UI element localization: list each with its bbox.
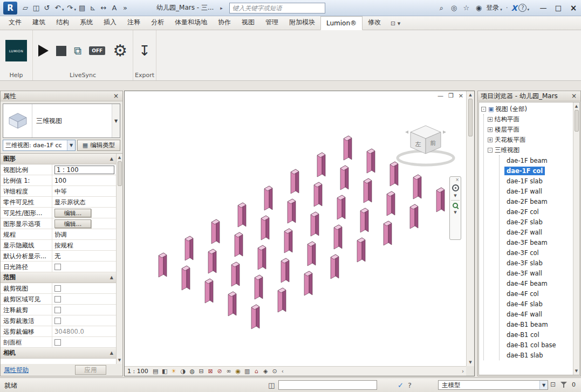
scroll-down-icon[interactable]: ▼ [469,359,471,366]
structural-column[interactable] [314,182,322,207]
viewcube-front-face[interactable]: 前 [430,140,436,147]
analytical-model-icon[interactable]: ⌂ [252,367,261,376]
viewcube-left-face[interactable]: 左 [415,141,421,148]
structural-column[interactable] [235,232,243,257]
edit-button[interactable]: 编辑... [54,219,91,228]
edit-button[interactable]: 编辑... [54,209,91,217]
property-checkbox[interactable] [54,296,61,302]
navbar-close-icon[interactable]: × [455,177,459,182]
tree-item[interactable]: dae-B1 col [504,329,573,340]
design-option-caret-icon[interactable]: ▼ [539,381,548,389]
structural-column[interactable] [340,166,348,190]
view-scale-button[interactable]: 1 : 100 [127,368,148,375]
structural-column[interactable] [261,216,269,240]
filter-icon[interactable] [561,381,567,388]
structural-column[interactable] [278,288,286,312]
scrollbar-thumb[interactable] [118,161,122,186]
wheel-caret-icon[interactable]: ▼ [454,194,456,198]
structural-column[interactable] [344,136,352,160]
tree-item[interactable]: dae-3F beam [504,237,573,247]
design-option-combobox[interactable]: 主模型 ▼ [438,380,548,390]
zoom-caret-icon[interactable]: ▼ [454,210,456,215]
project-browser-header[interactable]: 项目浏览器 - 幼儿园_Mars × [478,91,580,101]
minimize-button[interactable]: — [536,1,551,15]
hscroll-left-icon[interactable]: ‹ [279,368,286,374]
search-input[interactable] [230,3,325,13]
revit-logo[interactable]: R [3,2,17,15]
favorites-icon[interactable]: ☆ [461,2,471,14]
collapse-chevron-icon[interactable]: ▲ [110,156,113,161]
ribbon-tab-14[interactable]: 修改 [363,15,386,30]
steering-wheel-icon[interactable] [452,184,459,191]
scrollbar-thumb[interactable] [575,110,579,132]
view-restore-icon[interactable]: ❐ [448,92,454,99]
property-text[interactable]: 中等 [54,188,67,196]
help-caret-icon[interactable]: ▾ [527,8,529,12]
tree-item[interactable]: dae-2F slab [504,217,573,227]
property-text[interactable]: 100 [54,177,66,184]
workset-editable-icon[interactable]: ✓ [398,381,404,389]
tree-item[interactable]: dae-3F wall [504,268,573,278]
ribbon-tab-13[interactable]: Lumion® [320,16,363,30]
structural-column[interactable] [211,219,220,244]
crop-region-icon[interactable]: ⊠ [206,367,215,376]
structural-column[interactable] [387,191,395,216]
property-checkbox[interactable] [54,285,61,292]
property-checkbox[interactable] [54,307,61,313]
structural-column[interactable] [231,262,240,286]
visual-style-icon[interactable]: ◧ [160,367,169,376]
property-checkbox[interactable] [54,264,61,270]
reveal-hidden-elements-icon[interactable]: ◉ [234,367,243,376]
property-text[interactable]: 显示原状态 [54,198,86,207]
ribbon-tab-1[interactable]: 文件 [3,15,27,30]
collapse-chevron-icon[interactable]: ▲ [110,275,113,280]
print-icon[interactable]: ▤ [77,2,87,14]
structural-column[interactable] [255,275,263,299]
ribbon-tab-3[interactable]: 结构 [51,15,74,30]
close-button[interactable]: × [566,1,581,15]
properties-scrollbar[interactable]: ▲ ▼ [116,154,122,364]
structural-column[interactable] [384,221,392,245]
help-icon[interactable]: ? [518,4,527,12]
ribbon-tab-7[interactable]: 分析 [146,15,169,30]
type-selector-caret-icon[interactable]: ▼ [112,104,120,137]
temporary-view-properties-icon[interactable]: ▥ [243,367,252,376]
measure-icon[interactable]: ⊾ [87,2,98,14]
structural-column[interactable] [357,238,365,262]
structural-column[interactable] [284,229,292,253]
scrollbar-thumb[interactable] [468,99,473,136]
scroll-up-icon[interactable]: ▲ [469,91,471,99]
tree-group[interactable]: +楼层平面 [488,125,573,135]
structural-column[interactable] [159,253,167,277]
tree-item[interactable]: dae-4F col [504,288,573,299]
structural-column[interactable] [258,245,266,270]
tree-item[interactable]: dae-3F col [504,247,573,258]
text-icon[interactable]: A [109,2,120,14]
structural-column[interactable] [331,255,339,279]
undo-caret-icon[interactable]: ▾ [62,8,64,12]
structural-column[interactable] [334,225,342,249]
property-section-header[interactable]: 相机▲ [1,348,116,359]
view-selector-combobox[interactable]: 三维视图: dae-1F cc ▼ [3,140,76,151]
tree-item[interactable]: dae-1F wall [504,186,573,196]
property-section-header[interactable]: 范围▲ [1,272,116,283]
tree-item[interactable]: dae-1F slab [504,176,573,186]
project-browser-close-icon[interactable]: × [570,92,578,100]
expand-box-icon[interactable]: + [488,117,493,122]
worksharing-monitor-icon[interactable]: ◫ [268,381,275,389]
apply-button[interactable]: 应用 [75,365,106,375]
property-text[interactable]: 协调 [54,231,67,239]
tree-group[interactable]: +结构平面 [488,114,573,125]
tree-item[interactable]: dae-4F beam [504,278,573,288]
livesync-settings-gear-icon[interactable]: ⚙ [113,43,127,59]
type-selector[interactable]: 三维视图 ▼ [3,104,120,138]
redo-caret-icon[interactable]: ▾ [74,8,77,12]
displacement-sets-icon[interactable]: ◈ [261,367,270,376]
search-box[interactable] [229,3,325,13]
undo-icon[interactable]: ↶ [52,2,63,14]
tree-item[interactable]: dae-4F slab [504,299,573,309]
view-selector-caret-icon[interactable]: ▼ [67,140,75,150]
tree-item[interactable]: dae-1F col [504,166,573,176]
livesync-screens-icon[interactable]: ⧉ [74,44,81,57]
sun-path-icon[interactable]: ☀ [169,367,179,376]
